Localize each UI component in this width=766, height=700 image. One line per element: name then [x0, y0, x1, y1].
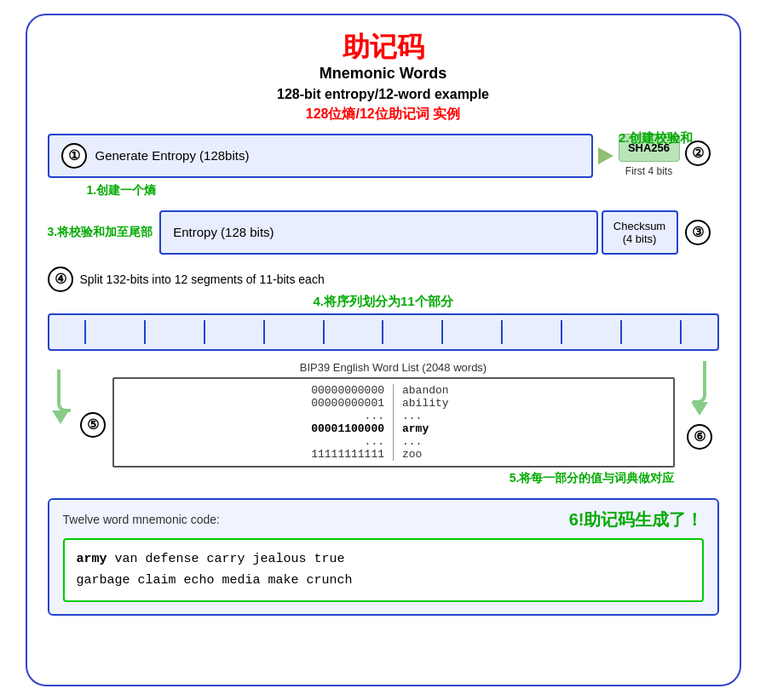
seg-div-11: [680, 320, 682, 344]
step1-box: ① Generate Entropy (128bits): [48, 134, 593, 178]
title-cn: 助记码: [48, 31, 719, 63]
wordlist-title: BIP39 English Word List (2048 words): [112, 361, 675, 374]
wordlist-container: BIP39 English Word List (2048 words) 000…: [112, 361, 675, 486]
seg-div-3: [204, 320, 205, 344]
left-arrow-head: [52, 410, 69, 424]
checksum-label: Checksum: [613, 220, 665, 232]
arrow-to-sha256: [598, 147, 613, 164]
left-curve-arrow: [57, 370, 71, 412]
step6-header: Twelve word mnemonic code: 6!助记码生成了！: [63, 508, 704, 531]
step3-circle: ③: [685, 220, 711, 245]
step6-cn-annotation: 6!助记码生成了！: [569, 508, 704, 531]
bin-row-2: 00000000001: [118, 397, 385, 410]
step4-header: ④ Split 132-bits into 12 segments of 11-…: [48, 267, 719, 292]
step5-circle: ⑤: [80, 412, 106, 438]
title-cn-sub: 128位熵/12位助记词 实例: [48, 106, 719, 123]
word-row-3: ...: [402, 410, 670, 422]
wordlist-box: 00000000000 00000000001 ... 00001100000 …: [112, 377, 675, 468]
step4-circle: ④: [48, 267, 73, 292]
bin-row-army: 00001100000: [118, 422, 385, 435]
step1-circle: ①: [61, 143, 87, 169]
seg-div-9: [561, 320, 562, 344]
seg-div-10: [620, 320, 622, 344]
seg-div-1: [84, 320, 86, 344]
word-row-1: abandon: [402, 384, 670, 397]
word-row-6: zoo: [402, 448, 670, 461]
segments-box: [48, 313, 719, 351]
word-row-2: ability: [402, 397, 670, 410]
bin-row-1: 00000000000: [118, 384, 385, 397]
step2-cn-annotation: 2.创建校验和: [619, 130, 694, 146]
step6-row: Twelve word mnemonic code: 6!助记码生成了！ arm…: [48, 498, 719, 616]
entropy-box: Entropy (128 bits): [159, 210, 597, 255]
entropy-label: Entropy (128 bits): [173, 225, 274, 239]
bin-row-3: ...: [118, 410, 385, 422]
step5-6-row: ⑤ BIP39 English Word List (2048 words) 0…: [48, 361, 719, 486]
bin-row-6: 11111111111: [118, 448, 385, 461]
first4bits-label: First 4 bits: [625, 165, 672, 177]
wordlist-bin-col: 00000000000 00000000001 ... 00001100000 …: [118, 384, 394, 461]
checksum-bits: (4 bits): [623, 232, 657, 245]
seg-div-8: [501, 320, 503, 344]
mnemonic-first-word: army: [77, 552, 107, 566]
seg-div-2: [144, 320, 146, 344]
step4-label: Split 132-bits into 12 segments of 11-bi…: [80, 273, 325, 286]
seg-div-5: [323, 320, 325, 344]
step6-circle: ⑥: [687, 424, 712, 450]
step3-row: 3.将校验和加至尾部 Entropy (128 bits) Checksum (…: [48, 210, 719, 255]
bin-row-5: ...: [118, 435, 385, 448]
step1-cn-annotation: 1.创建一个熵: [87, 183, 157, 198]
step4-row: ④ Split 132-bits into 12 segments of 11-…: [48, 267, 719, 351]
seg-div-6: [382, 320, 383, 344]
step4-cn-annotation: 4.将序列划分为11个部分: [48, 294, 719, 310]
twelve-word-label: Twelve word mnemonic code:: [63, 513, 220, 526]
right-curve-arrow-top: [693, 361, 706, 404]
wordlist-word-col: abandon ability ... army ... zoo: [393, 384, 670, 461]
main-container: 助记码 Mnemonic Words 128-bit entropy/12-wo…: [26, 14, 741, 686]
step1-label: Generate Entropy (128bits): [95, 148, 250, 163]
title-en-line2: 128-bit entropy/12-word example: [48, 85, 719, 104]
step5-cn-annotation: 5.将每一部分的值与词典做对应: [112, 471, 675, 486]
mnemonic-rest: van defense carry jealous truegarbage cl…: [77, 552, 353, 588]
step3-cn-annotation: 3.将校验和加至尾部: [48, 225, 153, 240]
seg-div-7: [441, 320, 443, 344]
right-arrow-head-mid: [691, 402, 708, 416]
word-row-army: army: [402, 422, 670, 435]
seg-div-4: [263, 320, 265, 344]
title-en-line1: Mnemonic Words: [48, 63, 719, 84]
mnemonic-box: army van defense carry jealous truegarba…: [63, 538, 704, 602]
word-row-5: ...: [402, 435, 670, 448]
checksum-box: Checksum (4 bits): [602, 210, 678, 255]
segments-inner: [56, 320, 711, 344]
